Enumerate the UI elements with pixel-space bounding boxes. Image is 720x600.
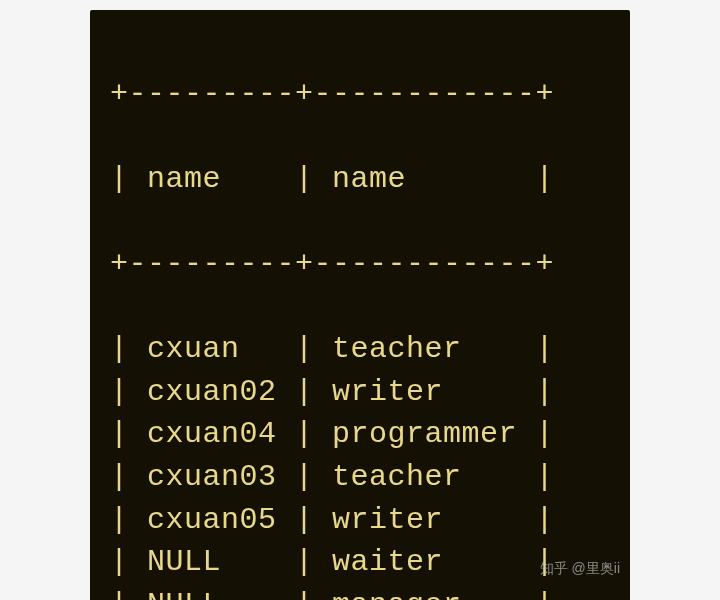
table-header-row: | name | name | <box>110 162 554 196</box>
table-body: | cxuan | teacher | | cxuan02 | writer |… <box>110 332 554 600</box>
table-border-top: +---------+------------+ <box>110 77 554 111</box>
table-border-mid: +---------+------------+ <box>110 247 554 281</box>
mysql-output-terminal: +---------+------------+ | name | name |… <box>90 10 630 600</box>
